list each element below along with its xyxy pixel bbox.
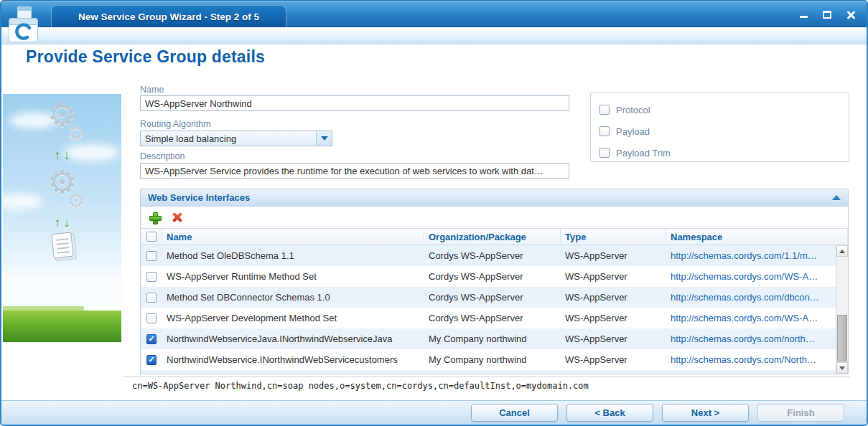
window-controls — [796, 7, 858, 22]
cell-type: WS-AppServer — [561, 287, 666, 308]
row-checkbox[interactable] — [146, 251, 157, 261]
add-interface-button[interactable] — [148, 211, 161, 224]
column-header-organization[interactable]: Organization/Package — [424, 229, 561, 245]
protocol-label: Protocol — [616, 105, 650, 115]
delete-interface-button[interactable] — [171, 211, 184, 224]
cell-type: WS-AppServer — [561, 266, 666, 287]
payload-label: Payload — [616, 126, 650, 137]
chevron-down-icon — [321, 136, 328, 141]
routing-algorithm-label: Routing Algorithm — [140, 119, 211, 129]
interfaces-panel-header[interactable]: Web Service Interfaces — [141, 189, 848, 207]
routing-algorithm-select[interactable]: Simple load balancing — [140, 131, 332, 146]
add-icon — [149, 212, 160, 223]
chevron-up-icon — [839, 250, 845, 253]
select-all-cell — [141, 229, 162, 245]
maximize-button[interactable] — [820, 7, 834, 22]
chevron-down-icon — [839, 366, 845, 370]
back-button[interactable]: < Back — [566, 404, 653, 422]
minimize-button[interactable] — [796, 7, 811, 22]
maximize-icon — [823, 11, 831, 19]
cell-name: NorthwindWebservice.INorthwindWebService… — [162, 349, 424, 370]
cell-type: WS-AppServer — [561, 245, 666, 266]
dn-status-text: cn=WS-AppServer Northwind,cn=soap nodes,… — [132, 381, 589, 391]
column-header-name[interactable]: Name — [162, 229, 424, 245]
cell-organization: Cordys WS-AppServer — [424, 287, 561, 308]
row-checkbox-cell — [141, 287, 162, 308]
table-row[interactable]: NorthwindWebservice.INorthwindWebService… — [141, 349, 848, 370]
row-checkbox-cell — [141, 349, 162, 370]
table-header: Name Organization/Package Type Namespace — [141, 228, 848, 245]
arrows-icon: ↑↓ — [55, 216, 70, 229]
column-header-namespace[interactable]: Namespace — [666, 229, 848, 245]
finish-button: Finish — [757, 404, 844, 422]
next-button[interactable]: Next > — [662, 404, 749, 422]
document-icon — [51, 232, 73, 259]
cell-organization: My Company northwind — [424, 328, 561, 349]
interfaces-panel: Web Service Interfaces Name Organization… — [140, 189, 849, 374]
gear-icon: ⚙ — [67, 191, 85, 212]
table-row[interactable]: Method Set OleDBSchema 1.1 Cordys WS-App… — [141, 245, 848, 266]
option-payload-trim[interactable]: Payload Trim — [599, 142, 849, 164]
row-checkbox[interactable] — [146, 293, 157, 303]
wizard-illustration: ⚙ ⚙ ↑↓ ⚙ ⚙ ↑↓ — [3, 94, 121, 342]
cell-name: Method Set DBConnector Schemas 1.0 — [162, 287, 424, 308]
cell-namespace: http://schemas.cordys.com/North… — [666, 349, 848, 370]
option-protocol[interactable]: Protocol — [599, 99, 849, 120]
close-button[interactable] — [844, 7, 858, 22]
row-checkbox-cell — [141, 308, 162, 328]
footer: Cancel < Back Next > Finish — [1, 400, 867, 425]
option-payload[interactable]: Payload — [599, 120, 849, 142]
cell-namespace: http://schemas.cordys.com/1.1/m… — [666, 245, 848, 266]
close-icon — [846, 10, 856, 19]
interfaces-table-body: Method Set OleDBSchema 1.1 Cordys WS-App… — [141, 245, 848, 374]
table-row[interactable]: WS-AppServer Development Method Set Cord… — [141, 308, 848, 328]
row-checkbox-cell — [141, 266, 162, 287]
payload-trim-checkbox[interactable] — [599, 148, 610, 158]
collapse-icon[interactable] — [832, 195, 841, 200]
cell-type: WS-AppServer — [561, 328, 666, 349]
payload-checkbox[interactable] — [599, 126, 610, 136]
cell-type: WS-AppServer — [561, 308, 666, 328]
cell-name: Method Set OleDBSchema 1.1 — [162, 245, 424, 266]
name-label: Name — [140, 85, 164, 95]
interfaces-panel-title: Web Service Interfaces — [148, 192, 832, 203]
scrollbar-thumb[interactable] — [837, 315, 847, 361]
scroll-down-button[interactable] — [836, 362, 848, 374]
column-header-type[interactable]: Type — [561, 229, 666, 245]
scroll-up-button[interactable] — [836, 245, 848, 257]
table-row[interactable]: Method Set DBConnector Schemas 1.0 Cordy… — [141, 287, 848, 308]
cancel-button[interactable]: Cancel — [471, 404, 558, 422]
cell-namespace: http://schemas.cordys.com/north… — [666, 328, 848, 349]
arrows-icon: ↑↓ — [55, 148, 70, 161]
payload-trim-label: Payload Trim — [616, 148, 671, 158]
row-checkbox-cell — [141, 245, 162, 266]
grass-shape — [3, 311, 121, 342]
row-checkbox[interactable] — [146, 313, 157, 323]
wizard-tab-title: New Service Group Wizard - Step 2 of 5 — [78, 11, 259, 22]
protocol-checkbox[interactable] — [599, 105, 610, 115]
cell-organization: Cordys WS-AppServer — [424, 266, 561, 287]
dropdown-button[interactable] — [316, 131, 332, 146]
minimize-icon — [800, 16, 808, 18]
cell-namespace: http://schemas.cordys.com/WS-A… — [666, 308, 848, 328]
table-row[interactable]: WS-AppServer Runtime Method Set Cordys W… — [141, 266, 848, 287]
wizard-window: New Service Group Wizard - Step 2 of 5 P… — [0, 0, 868, 426]
cell-organization: Cordys WS-AppServer — [424, 245, 561, 266]
cell-name: WS-AppServer Runtime Method Set — [162, 266, 424, 287]
select-all-checkbox[interactable] — [146, 232, 157, 242]
row-checkbox[interactable] — [146, 334, 157, 344]
name-input[interactable] — [140, 95, 569, 111]
gear-icon: ⚙ — [67, 124, 85, 144]
vertical-scrollbar[interactable] — [836, 245, 848, 374]
description-input[interactable] — [140, 163, 569, 179]
cell-name: NorthwindWebserviceJava.INorthwindWebser… — [162, 328, 424, 349]
row-checkbox[interactable] — [146, 272, 157, 282]
table-row[interactable]: NorthwindWebserviceJava.INorthwindWebser… — [141, 328, 848, 349]
row-checkbox[interactable] — [146, 355, 157, 365]
routing-algorithm-value: Simple load balancing — [141, 133, 316, 144]
scrollbar-track[interactable] — [836, 257, 848, 362]
cell-name: WS-AppServer Development Method Set — [162, 308, 424, 328]
description-label: Description — [140, 151, 185, 161]
wizard-art-column: ⚙ ⚙ ↑↓ ⚙ ⚙ ↑↓ — [3, 98, 121, 257]
cell-organization: Cordys WS-AppServer — [424, 308, 561, 328]
